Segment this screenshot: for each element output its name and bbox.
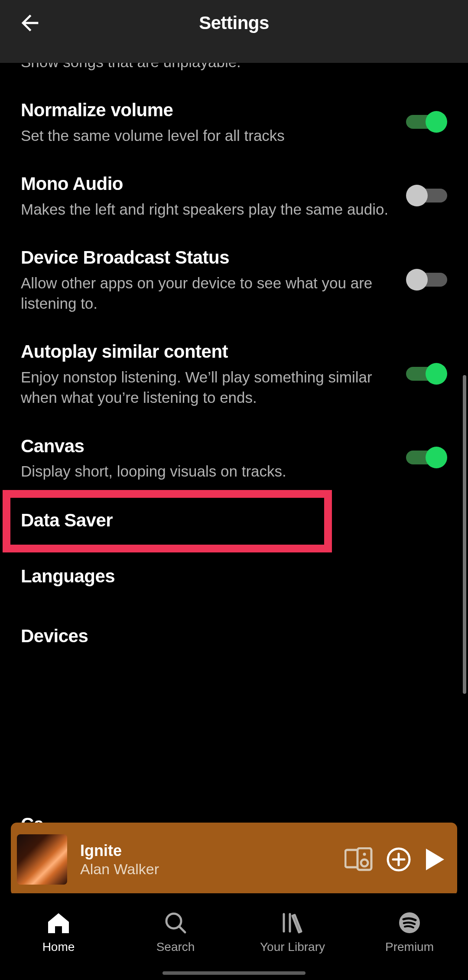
- section-title: Data Saver: [21, 510, 447, 531]
- setting-canvas[interactable]: Canvas Display short, looping visuals on…: [0, 421, 468, 495]
- setting-description: Enjoy nonstop listening. We’ll play some…: [21, 367, 389, 408]
- setting-description: Show songs that are unplayable.: [21, 63, 389, 72]
- page-title: Settings: [42, 13, 426, 33]
- play-button[interactable]: [424, 848, 445, 871]
- toggle-device-broadcast[interactable]: [406, 268, 447, 292]
- home-icon: [46, 911, 71, 935]
- setting-unplayable[interactable]: Show unplayable songs Show songs that ar…: [0, 63, 468, 85]
- svg-point-2: [363, 853, 366, 856]
- now-playing-bar[interactable]: Ignite Alan Walker: [11, 823, 457, 896]
- album-art: [17, 834, 67, 885]
- section-languages[interactable]: Languages: [0, 546, 468, 606]
- setting-title: Normalize volume: [21, 98, 389, 123]
- setting-title: Autoplay similar content: [21, 340, 389, 364]
- setting-mono-audio[interactable]: Mono Audio Makes the left and right spea…: [0, 159, 468, 232]
- setting-description: Display short, looping visuals on tracks…: [21, 461, 389, 481]
- section-devices[interactable]: Devices: [0, 606, 468, 666]
- add-button[interactable]: [386, 847, 411, 872]
- section-title: Devices: [21, 626, 447, 647]
- svg-line-8: [179, 927, 185, 932]
- nav-home[interactable]: Home: [15, 911, 102, 954]
- now-playing-text: Ignite Alan Walker: [80, 842, 332, 878]
- settings-list[interactable]: Show unplayable songs Show songs that ar…: [0, 63, 468, 823]
- setting-description: Allow other apps on your device to see w…: [21, 273, 389, 314]
- toggle-normalize-volume[interactable]: [406, 110, 447, 134]
- scrollbar-thumb[interactable]: [463, 375, 466, 694]
- back-button[interactable]: [17, 10, 42, 36]
- devices-icon: [344, 847, 373, 872]
- track-artist: Alan Walker: [80, 861, 332, 878]
- spotify-icon: [397, 911, 422, 935]
- setting-autoplay[interactable]: Autoplay similar content Enjoy nonstop l…: [0, 327, 468, 421]
- toggle-autoplay[interactable]: [406, 362, 447, 386]
- bottom-nav: Home Search Your Library: [0, 893, 468, 980]
- library-icon: [280, 911, 305, 935]
- play-icon: [424, 848, 445, 871]
- toggle-mono-audio[interactable]: [406, 183, 447, 208]
- search-icon: [163, 911, 188, 935]
- setting-title: Canvas: [21, 434, 389, 459]
- setting-description: Set the same volume level for all tracks: [21, 125, 389, 146]
- section-title: Languages: [21, 566, 447, 587]
- home-indicator: [162, 971, 306, 975]
- setting-normalize-volume[interactable]: Normalize volume Set the same volume lev…: [0, 85, 468, 159]
- nav-label: Home: [42, 940, 75, 954]
- header-bar: Settings: [0, 0, 468, 63]
- nav-search[interactable]: Search: [132, 911, 219, 954]
- setting-title: Mono Audio: [21, 172, 389, 196]
- plus-circle-icon: [386, 847, 411, 872]
- section-data-saver[interactable]: Data Saver: [0, 498, 468, 543]
- nav-label: Search: [156, 940, 195, 954]
- nav-label: Your Library: [260, 940, 325, 954]
- setting-title: Device Broadcast Status: [21, 245, 389, 270]
- connect-devices-button[interactable]: [344, 847, 373, 872]
- nav-label: Premium: [385, 940, 434, 954]
- nav-premium[interactable]: Premium: [366, 911, 453, 954]
- nav-library[interactable]: Your Library: [249, 911, 336, 954]
- setting-description: Makes the left and right speakers play t…: [21, 199, 389, 219]
- toggle-canvas[interactable]: [406, 445, 447, 470]
- setting-device-broadcast[interactable]: Device Broadcast Status Allow other apps…: [0, 232, 468, 327]
- arrow-left-icon: [17, 10, 42, 36]
- track-title: Ignite: [80, 842, 332, 860]
